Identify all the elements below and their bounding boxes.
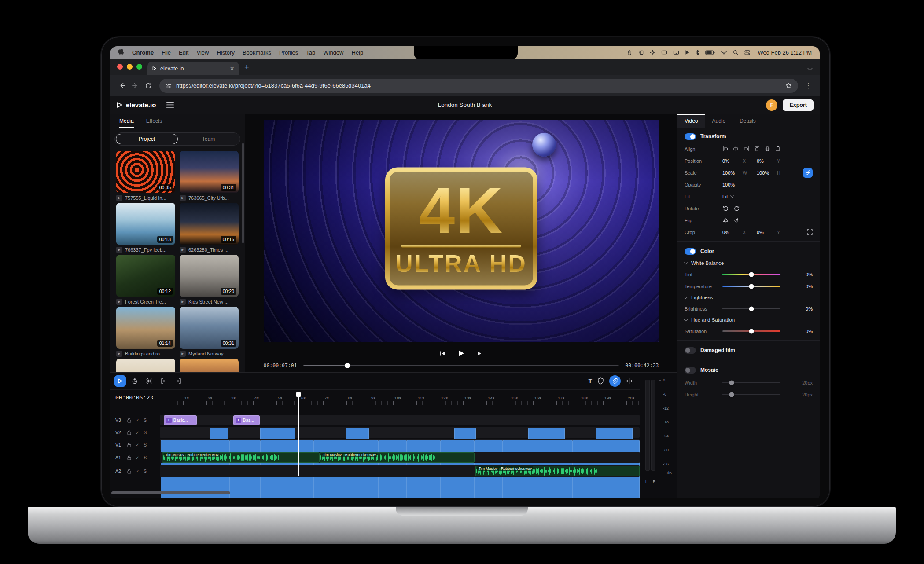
enable-check-icon[interactable]: ✓ [136,469,139,474]
media-card[interactable]: 00:15 ▶ 6263280_Times ... [180,203,239,255]
play-icon[interactable] [685,50,690,55]
flip-vertical-icon[interactable] [734,217,740,223]
media-card[interactable]: 00:35 ▶ 757555_Liquid In... [116,151,175,203]
main-menu-icon[interactable] [166,102,174,108]
text-tool-button[interactable]: T [588,377,592,385]
solo-button[interactable]: S [144,469,147,474]
reload-button[interactable] [142,79,155,92]
menubar-menu-item[interactable]: Profiles [279,49,298,56]
track-lane-v1[interactable]: ▷ 682028_Skater Longboard ... ▷ 35706... [160,439,640,450]
play-button[interactable] [458,350,465,357]
menubar-menu-item[interactable]: Bookmarks [243,49,271,56]
hand-icon[interactable] [627,50,633,55]
align-right-icon[interactable] [744,146,749,152]
segment-project[interactable]: Project [116,134,178,144]
screen-mirroring-icon[interactable] [673,50,679,55]
saturation-slider[interactable] [722,330,780,332]
close-window-button[interactable] [117,64,123,70]
lock-icon[interactable] [127,443,131,447]
solo-button[interactable]: S [144,443,147,447]
rotate-cw-icon[interactable] [734,205,740,212]
align-bottom-icon[interactable] [775,146,781,152]
expand-panel-icon[interactable] [626,378,633,384]
wifi-icon[interactable] [721,50,727,55]
track-lane-v3[interactable]: T Basic... T Bas... [160,415,640,425]
menubar-menu-item[interactable]: Edit [179,49,188,56]
rotate-ccw-icon[interactable] [722,205,729,212]
pointer-tool-button[interactable] [114,375,126,387]
menubar-menu-item[interactable]: Tab [306,49,315,56]
track-lane-a1[interactable]: Tim Maslov - Rubbernecker.wav Tim Maslov… [160,452,640,463]
media-scrollbar[interactable] [242,143,244,243]
media-card[interactable] [116,359,175,372]
media-thumbnail[interactable] [180,359,239,372]
browser-menu-icon[interactable]: ⋮ [803,82,814,90]
position-x-value[interactable]: 0% [722,158,743,164]
solo-button[interactable]: S [144,455,147,460]
display-icon[interactable] [661,50,667,55]
color-toggle[interactable] [685,248,696,255]
text-clip[interactable]: T Basic... [164,415,197,425]
media-card[interactable]: 01:14 ▶ Buildings and ro... [116,307,175,359]
tab-details[interactable]: Details [733,114,763,128]
scale-link-button[interactable] [803,168,813,178]
lock-icon[interactable] [127,418,131,423]
apple-logo-icon[interactable] [118,49,124,56]
media-card[interactable]: 00:20 ▶ Kids Street New ... [180,255,239,307]
back-button[interactable] [115,79,129,92]
media-card[interactable]: 00:13 ▶ 766337_Fpv Iceb... [116,203,175,255]
media-thumbnail[interactable]: 00:13 [116,203,175,245]
menubar-app-name[interactable]: Chrome [132,49,154,56]
media-thumbnail[interactable]: 00:12 [116,255,175,297]
enable-check-icon[interactable]: ✓ [136,418,139,423]
lightness-header[interactable]: Lightness [677,292,820,303]
mosaic-height-slider[interactable] [722,394,780,395]
app-logo[interactable]: elevate.io [116,101,156,109]
menubar-menu-item[interactable]: Help [352,49,364,56]
track-lane-v2[interactable]: ▷ 24... ▷ 616828... [160,427,640,438]
forward-button[interactable] [129,79,142,92]
enable-check-icon[interactable]: ✓ [136,455,139,460]
media-thumbnail[interactable]: 00:15 [180,203,239,245]
segment-team[interactable]: Team [178,134,239,144]
position-y-value[interactable]: 0% [757,158,777,164]
media-thumbnail[interactable]: 00:35 [116,151,175,193]
scrub-handle[interactable] [345,363,350,368]
menubar-menu-item[interactable]: Window [323,49,343,56]
align-left-icon[interactable] [722,146,728,152]
mosaic-width-slider[interactable] [722,382,780,383]
keyboard-brightness-icon[interactable] [650,50,655,55]
media-thumbnail[interactable]: 01:14 [116,307,175,349]
minimize-window-button[interactable] [127,64,133,70]
tab-search-chevron-icon[interactable] [807,66,812,70]
transform-toggle[interactable] [685,133,696,140]
stage-manager-icon[interactable] [638,50,644,55]
bookmark-star-icon[interactable] [785,82,792,89]
brightness-slider[interactable] [722,308,780,309]
menubar-menu-item[interactable]: View [196,49,209,56]
url-bar[interactable]: https://editor.elevate.io/project/?id=61… [159,79,798,93]
export-button[interactable]: Export [783,99,814,111]
crop-y-value[interactable]: 0% [757,230,777,235]
site-settings-icon[interactable] [166,83,172,89]
spotlight-search-icon[interactable] [733,50,739,55]
media-card[interactable]: 00:12 ▶ Forest Green Tre... [116,255,175,307]
next-frame-button[interactable] [477,350,483,357]
project-title[interactable]: London South B ank [438,102,492,108]
fullscreen-window-button[interactable] [136,64,142,70]
track-lane-a2[interactable]: Tim Maslov - Rubbernecker.wav [160,465,640,477]
flip-horizontal-icon[interactable] [722,217,729,223]
temperature-slider[interactable] [722,286,780,287]
menubar-clock[interactable]: Wed Feb 26 1:12 PM [758,49,812,56]
align-center-horizontal-icon[interactable] [733,146,739,152]
menubar-menu-item[interactable]: History [217,49,234,56]
solo-button[interactable]: S [144,418,147,423]
text-clip[interactable]: T Bas... [233,415,260,425]
new-tab-button[interactable]: + [244,63,249,71]
mark-out-button[interactable] [173,375,184,387]
tab-media[interactable]: Media [114,115,140,127]
battery-icon[interactable] [705,50,715,55]
mask-tool-button[interactable] [597,377,604,385]
lock-icon[interactable] [127,469,131,474]
control-center-icon[interactable] [744,50,750,55]
